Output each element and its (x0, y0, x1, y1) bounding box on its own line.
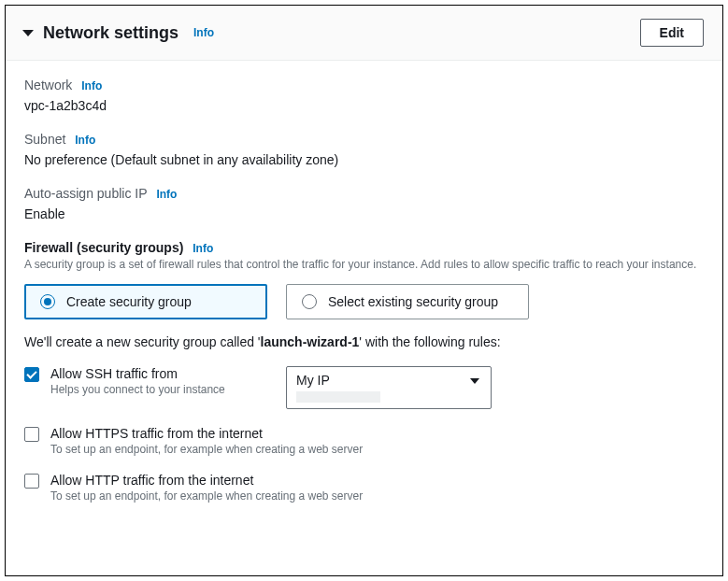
sg-creation-text: We'll create a new security group called… (24, 334, 704, 349)
sg-name: launch-wizard-1 (261, 334, 360, 349)
http-rule: Allow HTTP traffic from the internet To … (24, 473, 704, 503)
firewall-label: Firewall (security groups) (24, 240, 183, 255)
subnet-value: No preference (Default subnet in any ava… (24, 152, 704, 167)
collapse-caret-icon[interactable] (22, 30, 34, 36)
edit-button[interactable]: Edit (640, 19, 704, 47)
https-rule-desc: To set up an endpoint, for example when … (50, 443, 704, 456)
http-rule-label: Allow HTTP traffic from the internet (50, 473, 704, 488)
select-sg-radio[interactable]: Select existing security group (286, 284, 529, 319)
subnet-label: Subnet (24, 132, 65, 147)
public-ip-field: Auto-assign public IP Info Enable (24, 186, 704, 221)
panel-title: Network settings (43, 23, 178, 43)
radio-icon (302, 294, 317, 309)
network-value: vpc-1a2b3c4d (24, 98, 704, 113)
firewall-description: A security group is a set of firewall ru… (24, 257, 704, 273)
select-sg-label: Select existing security group (328, 294, 498, 309)
ssh-source-value: My IP (296, 373, 481, 388)
ssh-rule-desc: Helps you connect to your instance (50, 383, 265, 396)
create-sg-label: Create security group (66, 294, 192, 309)
network-info-link[interactable]: Info (81, 79, 102, 92)
subnet-info-link[interactable]: Info (75, 134, 95, 147)
network-settings-panel: Network settings Info Edit Network Info … (5, 5, 723, 576)
ssh-source-ip-placeholder (296, 391, 380, 403)
ssh-source-select[interactable]: My IP (286, 366, 492, 409)
radio-icon (40, 294, 55, 309)
public-ip-label: Auto-assign public IP (24, 186, 148, 201)
firewall-info-link[interactable]: Info (193, 242, 213, 255)
https-rule-label: Allow HTTPS traffic from the internet (50, 426, 704, 441)
http-checkbox[interactable] (24, 474, 39, 489)
panel-header: Network settings Info Edit (6, 6, 722, 61)
public-ip-value: Enable (24, 206, 704, 221)
create-sg-radio[interactable]: Create security group (24, 284, 267, 319)
chevron-down-icon (470, 378, 479, 384)
firewall-radio-group: Create security group Select existing se… (24, 284, 704, 319)
ssh-rule: Allow SSH traffic from Helps you connect… (24, 366, 704, 409)
network-field: Network Info vpc-1a2b3c4d (24, 78, 704, 113)
firewall-field: Firewall (security groups) Info A securi… (24, 240, 704, 503)
subnet-field: Subnet Info No preference (Default subne… (24, 132, 704, 167)
panel-body: Network Info vpc-1a2b3c4d Subnet Info No… (6, 61, 722, 527)
https-checkbox[interactable] (24, 427, 39, 442)
header-info-link[interactable]: Info (193, 26, 214, 39)
network-label: Network (24, 78, 72, 92)
panel-header-left: Network settings Info (22, 23, 214, 43)
http-rule-desc: To set up an endpoint, for example when … (50, 489, 704, 503)
ssh-rule-label: Allow SSH traffic from (50, 366, 265, 381)
ssh-checkbox[interactable] (24, 367, 39, 382)
public-ip-info-link[interactable]: Info (156, 188, 177, 201)
https-rule: Allow HTTPS traffic from the internet To… (24, 426, 704, 456)
